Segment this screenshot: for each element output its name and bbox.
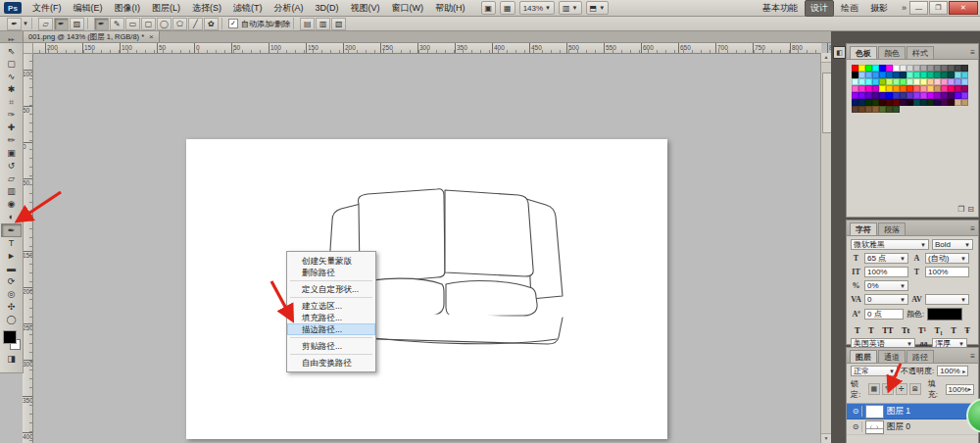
color-swatch[interactable] bbox=[948, 65, 955, 72]
marquee-tool[interactable]: ▢ bbox=[1, 58, 22, 71]
color-swatch[interactable] bbox=[934, 78, 941, 85]
color-swatch[interactable] bbox=[858, 72, 865, 78]
color-swatch[interactable] bbox=[900, 85, 906, 92]
context-menu-item[interactable]: 描边路径... bbox=[287, 323, 375, 335]
color-swatch[interactable] bbox=[948, 92, 955, 99]
color-swatch[interactable] bbox=[961, 99, 968, 106]
color-swatch[interactable] bbox=[858, 92, 865, 99]
move-tool[interactable]: ⇖ bbox=[1, 45, 22, 58]
context-menu-item[interactable] bbox=[290, 280, 372, 281]
proportional-spacing-select[interactable]: 0%▼ bbox=[864, 280, 908, 291]
menu-item[interactable]: 窗口(W) bbox=[386, 1, 430, 15]
layer-row[interactable]: ⊙ 图层 1 bbox=[847, 404, 978, 419]
context-menu-item[interactable]: 定义自定形状... bbox=[287, 283, 375, 295]
lock-all-icon[interactable]: ⊠ bbox=[909, 383, 921, 395]
lasso-tool[interactable]: ∿ bbox=[1, 71, 22, 83]
color-swatch[interactable] bbox=[879, 106, 886, 113]
color-swatch[interactable] bbox=[934, 99, 941, 106]
polygon-icon[interactable]: ⬠ bbox=[172, 18, 187, 30]
layer-visibility-eye-icon[interactable]: ⊙ bbox=[850, 406, 862, 417]
panel-tab[interactable]: 通道 bbox=[878, 350, 906, 363]
color-swatch[interactable] bbox=[913, 85, 920, 92]
panel-menu-icon[interactable]: ≡ bbox=[970, 47, 975, 59]
custom-shape-icon[interactable]: ✿ bbox=[204, 18, 219, 30]
color-swatch[interactable] bbox=[920, 92, 927, 99]
color-swatch[interactable] bbox=[872, 65, 879, 72]
color-swatch[interactable] bbox=[865, 99, 872, 106]
context-menu-item[interactable] bbox=[290, 297, 372, 298]
context-menu-item[interactable]: 创建矢量蒙版 bbox=[287, 255, 375, 267]
healing-brush-tool[interactable]: ✚ bbox=[1, 122, 22, 134]
color-swatch[interactable] bbox=[934, 92, 941, 99]
baseline-shift-input[interactable]: 0 点 bbox=[864, 309, 904, 320]
quick-selection-tool[interactable]: ✱ bbox=[1, 83, 22, 96]
color-swatch[interactable] bbox=[941, 65, 948, 72]
shape-layers-icon[interactable]: ▱ bbox=[38, 18, 53, 30]
blur-tool[interactable]: ◉ bbox=[1, 198, 22, 211]
lock-position-icon[interactable]: ✢ bbox=[896, 383, 907, 395]
panel-menu-icon[interactable]: ≡ bbox=[970, 223, 975, 235]
color-swatch[interactable] bbox=[852, 85, 858, 92]
color-swatch[interactable] bbox=[865, 106, 872, 113]
color-swatch[interactable] bbox=[893, 99, 900, 106]
color-swatch[interactable] bbox=[913, 99, 920, 106]
color-swatch[interactable] bbox=[893, 106, 900, 113]
color-swatch[interactable] bbox=[872, 72, 879, 78]
vertical-scale-input[interactable]: 100% bbox=[864, 267, 908, 277]
color-swatch[interactable] bbox=[920, 85, 927, 92]
scrollbar-thumb[interactable] bbox=[822, 73, 831, 133]
color-swatch[interactable] bbox=[879, 65, 886, 72]
rounded-rectangle-icon[interactable]: ▢ bbox=[141, 18, 156, 30]
color-swatch[interactable] bbox=[852, 78, 858, 85]
color-swatch[interactable] bbox=[961, 72, 968, 78]
clone-stamp-tool[interactable]: ▣ bbox=[1, 147, 22, 160]
style-button[interactable]: Tt bbox=[902, 325, 910, 335]
tracking-select[interactable]: 0▼ bbox=[864, 294, 908, 305]
foreground-color-swatch[interactable] bbox=[3, 330, 17, 344]
crop-tool[interactable]: ⌗ bbox=[1, 96, 22, 109]
color-swatch[interactable] bbox=[961, 65, 968, 72]
color-swatch[interactable] bbox=[941, 92, 948, 99]
color-swatch[interactable] bbox=[865, 78, 872, 85]
menu-item[interactable]: 选择(S) bbox=[186, 1, 227, 15]
scroll-up-icon[interactable]: ▲ bbox=[821, 53, 831, 63]
color-swatch[interactable] bbox=[865, 85, 872, 92]
color-swatch[interactable] bbox=[886, 72, 893, 78]
color-swatch[interactable] bbox=[852, 106, 858, 113]
color-swatch[interactable] bbox=[852, 99, 858, 106]
color-swatch[interactable] bbox=[879, 92, 886, 99]
type-tool[interactable]: T bbox=[1, 237, 22, 250]
color-swatch[interactable] bbox=[906, 65, 913, 72]
font-size-select[interactable]: 65 点▼ bbox=[864, 253, 908, 264]
color-swatch[interactable] bbox=[900, 65, 906, 72]
color-swatch[interactable] bbox=[955, 72, 961, 78]
workspace-button[interactable]: 绘画 bbox=[836, 1, 863, 16]
menu-item[interactable]: 文件(F) bbox=[26, 1, 68, 15]
menu-item[interactable]: 图层(L) bbox=[146, 1, 186, 15]
color-swatch[interactable] bbox=[893, 72, 900, 78]
color-swatch[interactable] bbox=[858, 65, 865, 72]
kerning-select[interactable]: ▼ bbox=[925, 294, 969, 305]
zoom-level-dropdown[interactable]: 143%▼ bbox=[519, 1, 555, 15]
color-swatch[interactable] bbox=[913, 92, 920, 99]
fill-input[interactable]: 100%▸ bbox=[946, 384, 974, 395]
style-button[interactable]: T bbox=[951, 325, 956, 335]
style-button[interactable]: Ŧ bbox=[964, 325, 970, 335]
context-menu-item[interactable] bbox=[290, 337, 372, 338]
color-swatch[interactable] bbox=[893, 78, 900, 85]
screen-mode-button[interactable]: ⬒ ▼ bbox=[586, 1, 610, 15]
line-icon[interactable]: ╱ bbox=[188, 18, 203, 30]
color-swatch[interactable] bbox=[893, 92, 900, 99]
color-swatch[interactable] bbox=[906, 85, 913, 92]
restore-button[interactable]: ❐ bbox=[929, 1, 948, 15]
collapsed-panel-icon[interactable]: ◧ bbox=[833, 46, 846, 59]
color-swatch[interactable] bbox=[886, 85, 893, 92]
color-swatch[interactable] bbox=[941, 99, 948, 106]
menu-item[interactable]: 视图(V) bbox=[345, 1, 386, 15]
context-menu-item[interactable] bbox=[290, 354, 372, 355]
style-button[interactable]: T₁ bbox=[935, 325, 943, 335]
style-button[interactable]: T¹ bbox=[918, 325, 926, 335]
color-swatch[interactable] bbox=[900, 92, 906, 99]
color-swatch[interactable] bbox=[852, 65, 858, 72]
color-swatch[interactable] bbox=[858, 99, 865, 106]
